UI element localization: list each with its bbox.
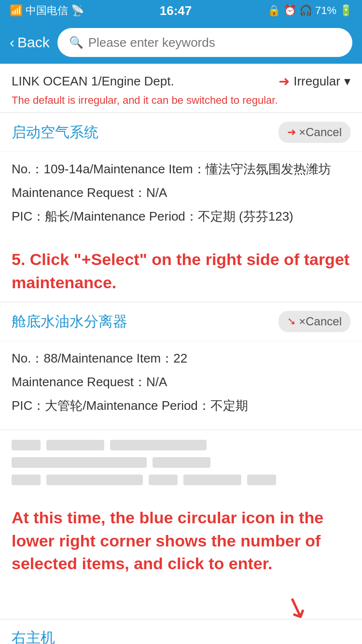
alarm-icon: ⏰ bbox=[283, 4, 296, 17]
battery-label: 71% bbox=[315, 4, 336, 17]
section-1-cancel-button[interactable]: ➜ ×Cancel bbox=[278, 122, 350, 143]
arrow-icon: ➜ bbox=[278, 73, 290, 89]
section-1-header: 启动空气系统 ➜ ×Cancel bbox=[0, 113, 362, 152]
blur-block-4 bbox=[12, 457, 147, 468]
section-2-maintenance-request: Maintenance Request：N/A bbox=[12, 373, 350, 392]
blur-block-10 bbox=[247, 475, 276, 485]
section-1: 启动空气系统 ➜ ×Cancel No.：109-14a/Maintenance… bbox=[0, 112, 362, 240]
blur-block-6 bbox=[12, 475, 41, 485]
vessel-title: LINK OCEAN 1/Engine Dept. bbox=[12, 74, 174, 89]
section-1-maintenance-request: Maintenance Request：N/A bbox=[12, 183, 350, 202]
back-label: Back bbox=[17, 34, 50, 51]
blur-block-7 bbox=[46, 475, 143, 485]
dropdown-chevron-icon: ▾ bbox=[344, 74, 350, 89]
instruction-step5-text: 5. Click "+Select" on the right side of … bbox=[12, 248, 350, 294]
blur-block-8 bbox=[149, 475, 178, 485]
search-input[interactable] bbox=[88, 35, 341, 50]
blur-block-3 bbox=[110, 440, 207, 450]
section-2-cancel-label: ×Cancel bbox=[299, 315, 342, 328]
bottom-section-title: 右主机 bbox=[12, 628, 55, 644]
section-2-pic-period: PIC：大管轮/Maintenance Period：不定期 bbox=[12, 396, 350, 415]
status-left: 📶 中国电信 📡 bbox=[10, 3, 84, 18]
wifi-icon: 📡 bbox=[71, 4, 84, 17]
notice-text: The default is irregular, and it can be … bbox=[0, 92, 362, 112]
section-2-header: 舱底水油水分离器 ➘ ×Cancel bbox=[0, 302, 362, 341]
section-2: 舱底水油水分离器 ➘ ×Cancel No.：88/Maintenance It… bbox=[0, 302, 362, 430]
section-1-body: No.：109-14a/Maintenance Item：懂法守法氛围发热潍坊 … bbox=[0, 152, 362, 240]
status-right: 🔒 ⏰ 🎧 71% 🔋 bbox=[267, 4, 352, 17]
search-bar[interactable]: 🔍 bbox=[57, 28, 352, 57]
lock-icon: 🔒 bbox=[267, 4, 280, 17]
blurred-section bbox=[0, 430, 362, 502]
section-2-cancel-button[interactable]: ➘ ×Cancel bbox=[278, 311, 350, 332]
cancel-arrow-icon: ➜ bbox=[287, 126, 296, 139]
section-1-title: 启动空气系统 bbox=[12, 123, 98, 142]
blur-block-9 bbox=[183, 475, 241, 485]
nav-bar: ‹ Back 🔍 bbox=[0, 21, 362, 64]
irregular-dropdown[interactable]: ➜ Irregular ▾ bbox=[278, 73, 350, 89]
blur-block-1 bbox=[12, 440, 41, 450]
blur-block-5 bbox=[153, 457, 210, 468]
section-2-no-item: No.：88/Maintenance Item：22 bbox=[12, 349, 350, 368]
signal-icon: 📶 bbox=[10, 4, 23, 17]
lower-instruction: At this time, the blue circular icon in … bbox=[0, 502, 362, 590]
cancel2-arrow-icon: ➘ bbox=[287, 315, 296, 328]
back-chevron-icon: ‹ bbox=[10, 34, 14, 51]
bottom-section-header: 右主机 3 Selected bbox=[0, 619, 362, 644]
headphone-icon: 🎧 bbox=[299, 4, 312, 17]
status-time: 16:47 bbox=[160, 3, 192, 18]
section-1-pic-period: PIC：船长/Maintenance Period：不定期 (芬芬123) bbox=[12, 207, 350, 226]
status-bar: 📶 中国电信 📡 16:47 🔒 ⏰ 🎧 71% 🔋 bbox=[0, 0, 362, 21]
section-2-body: No.：88/Maintenance Item：22 Maintenance R… bbox=[0, 341, 362, 430]
search-icon: 🔍 bbox=[69, 36, 84, 49]
section-1-no-item: No.：109-14a/Maintenance Item：懂法守法氛围发热潍坊 bbox=[12, 160, 350, 179]
section-2-title: 舱底水油水分离器 bbox=[12, 312, 127, 332]
section-1-cancel-label: ×Cancel bbox=[299, 126, 342, 139]
irregular-label: Irregular bbox=[293, 74, 340, 89]
instruction-step5: 5. Click "+Select" on the right side of … bbox=[0, 240, 362, 302]
back-button[interactable]: ‹ Back bbox=[10, 34, 50, 51]
lower-instruction-text: At this time, the blue circular icon in … bbox=[12, 506, 350, 575]
battery-icon: 🔋 bbox=[339, 4, 352, 17]
carrier-label: 中国电信 bbox=[26, 3, 68, 18]
sub-header: LINK OCEAN 1/Engine Dept. ➜ Irregular ▾ bbox=[0, 64, 362, 92]
blur-block-2 bbox=[46, 440, 104, 450]
bottom-section: 右主机 3 Selected No.：27.1/Maintenance Item… bbox=[0, 619, 362, 644]
